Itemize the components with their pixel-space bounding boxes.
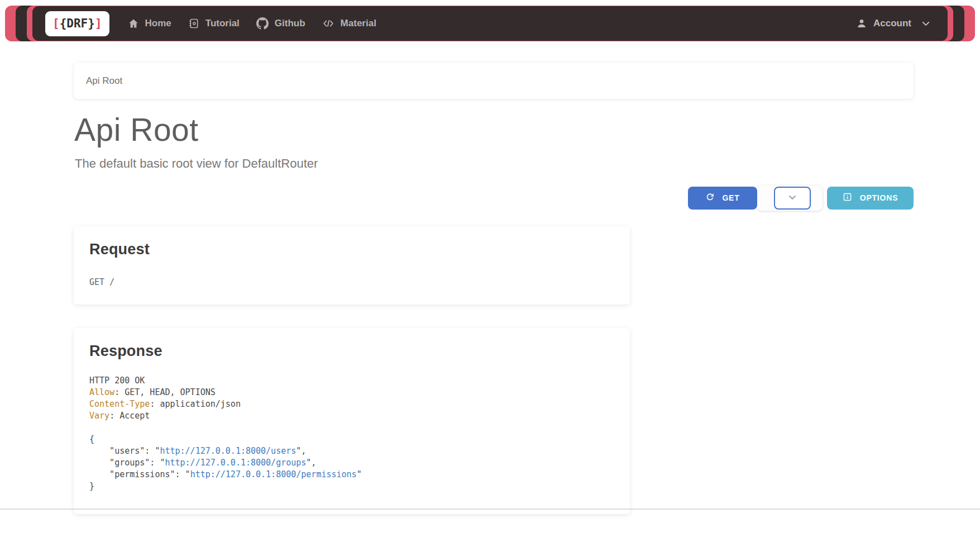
response-header-content-type: Content-Type: application/json — [89, 398, 614, 410]
drf-logo[interactable]: [{DRF}] — [45, 11, 109, 36]
nav-item-github[interactable]: Github — [248, 17, 314, 30]
account-label: Account — [873, 18, 911, 29]
json-open-brace: { — [89, 434, 614, 445]
journal-icon — [188, 18, 199, 29]
get-format-dropdown-button[interactable] — [774, 187, 811, 210]
blank-line — [89, 422, 614, 434]
status-line: HTTP 200 OK — [89, 375, 614, 387]
header-value: : GET, HEAD, OPTIONS — [114, 387, 216, 397]
chevron-down-icon — [787, 192, 798, 205]
get-button-label: GET — [722, 193, 739, 202]
header-value: : Accept — [109, 411, 150, 421]
refresh-icon — [705, 192, 715, 203]
nav-item-home[interactable]: Home — [119, 18, 180, 29]
logo-bracket-right: ] — [95, 17, 102, 30]
github-icon — [256, 17, 269, 30]
response-card: Response HTTP 200 OK Allow: GET, HEAD, O… — [74, 328, 630, 514]
response-header-allow: Allow: GET, HEAD, OPTIONS — [89, 387, 614, 398]
breadcrumb-item-api-root[interactable]: Api Root — [86, 75, 122, 87]
nav-item-label: Tutorial — [205, 18, 240, 29]
nav-item-tutorial[interactable]: Tutorial — [180, 18, 248, 29]
json-punct: ", — [306, 458, 316, 468]
navbar: [{DRF}] Home Tutorial — [0, 0, 980, 47]
request-card: Request GET / — [74, 226, 630, 305]
actions-row: GET OPTIONS — [74, 187, 914, 210]
chevron-down-icon — [921, 18, 931, 28]
response-heading: Response — [89, 343, 614, 360]
get-button[interactable]: GET — [688, 187, 757, 210]
json-punct: " — [357, 469, 362, 479]
header-name: Content-Type — [89, 399, 150, 409]
nav-links: Home Tutorial Github — [119, 17, 385, 30]
info-square-icon — [843, 192, 852, 203]
navbar-main: [{DRF}] Home Tutorial — [32, 6, 948, 41]
request-line: GET / — [89, 277, 614, 287]
permissions-endpoint-link[interactable]: http://127.0.0.1:8000/permissions — [190, 469, 357, 479]
code-icon — [322, 17, 334, 30]
breadcrumb: Api Root — [74, 63, 914, 99]
json-key: "permissions": " — [89, 469, 190, 479]
json-entry-users: "users": "http://127.0.0.1:8000/users", — [89, 445, 614, 457]
options-button-label: OPTIONS — [860, 193, 898, 202]
account-menu[interactable]: Account — [856, 18, 938, 29]
json-entry-groups: "groups": "http://127.0.0.1:8000/groups"… — [89, 457, 614, 469]
users-endpoint-link[interactable]: http://127.0.0.1:8000/users — [160, 446, 296, 456]
json-punct: ", — [296, 446, 306, 456]
home-icon — [128, 18, 139, 29]
page-subtitle: The default basic root view for DefaultR… — [75, 156, 914, 171]
logo-bracket-left: [ — [52, 17, 60, 30]
json-key: "users": " — [89, 446, 160, 456]
page-title: Api Root — [74, 112, 914, 148]
nav-item-material[interactable]: Material — [314, 17, 385, 30]
nav-item-label: Material — [341, 18, 376, 29]
json-entry-permissions: "permissions": "http://127.0.0.1:8000/pe… — [89, 469, 614, 481]
nav-item-label: Github — [275, 18, 305, 29]
content: Api Root Api Root The default basic root… — [74, 63, 914, 514]
json-key: "groups": " — [89, 458, 165, 468]
header-value: : application/json — [150, 399, 241, 409]
nav-item-label: Home — [145, 18, 171, 29]
json-close-brace: } — [89, 481, 614, 492]
logo-text: {DRF} — [60, 17, 95, 30]
header-name: Allow — [89, 387, 114, 397]
page-divider — [0, 509, 980, 510]
header-name: Vary — [89, 411, 109, 421]
options-button[interactable]: OPTIONS — [827, 187, 914, 210]
response-body: HTTP 200 OK Allow: GET, HEAD, OPTIONS Co… — [89, 375, 614, 492]
person-icon — [856, 18, 867, 29]
request-heading: Request — [89, 241, 614, 258]
groups-endpoint-link[interactable]: http://127.0.0.1:8000/groups — [165, 458, 306, 468]
response-header-vary: Vary: Accept — [89, 410, 614, 422]
